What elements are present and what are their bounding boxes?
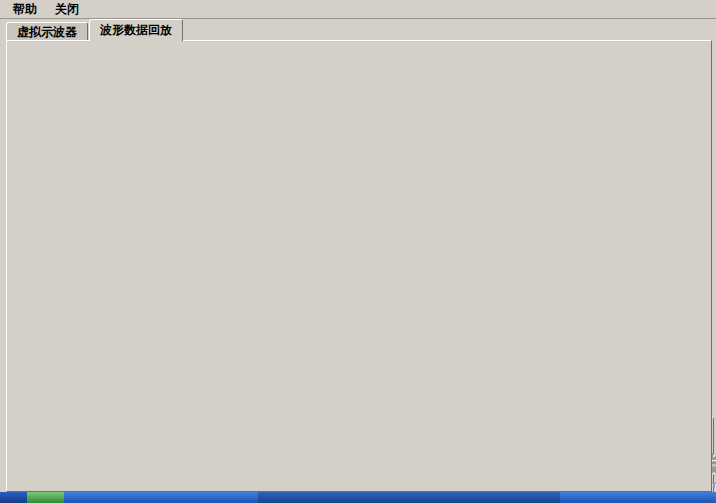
menu-item-help[interactable]: 帮助 xyxy=(6,0,44,19)
start-button[interactable] xyxy=(27,492,64,503)
menu-item-close[interactable]: 关闭 xyxy=(48,0,86,19)
tab-strip: 虚拟示波器 波形数据回放 xyxy=(6,21,184,41)
taskbar-corner xyxy=(0,492,27,503)
tab-waveform-playback[interactable]: 波形数据回放 xyxy=(89,19,183,41)
tab-virtual-oscilloscope[interactable]: 虚拟示波器 xyxy=(6,22,88,41)
menu-bar: 帮助 关闭 xyxy=(0,0,716,19)
taskbar-window-button[interactable] xyxy=(258,492,560,503)
app-window: { "window": { "menu_items": ["帮助", "关闭"]… xyxy=(0,0,716,503)
tab-page xyxy=(6,40,712,492)
